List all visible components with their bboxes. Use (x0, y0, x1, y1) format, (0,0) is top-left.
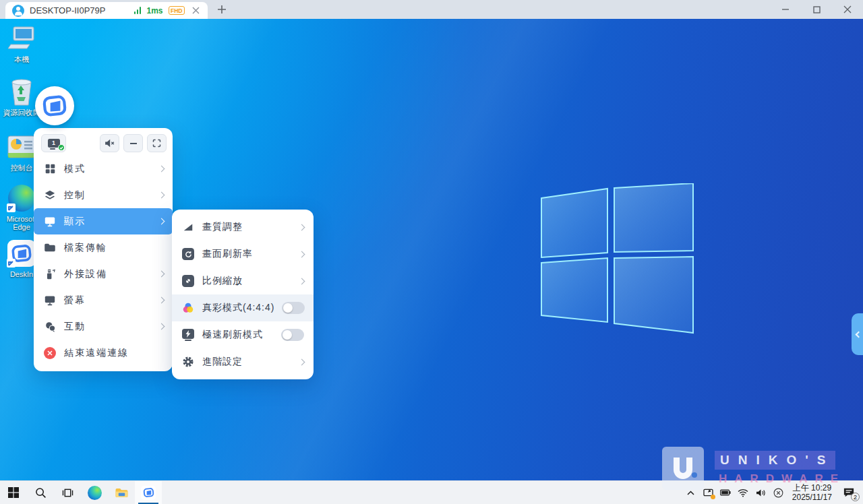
search-button[interactable] (27, 481, 54, 504)
titlebar: DESKTOP-II0P79P 1ms FHD (0, 0, 863, 19)
refresh-icon (181, 248, 195, 260)
menu-item-interaction[interactable]: 互動 (34, 313, 173, 340)
submenu-item-turbo-refresh[interactable]: 極速刷新模式 (172, 321, 314, 348)
taskbar-explorer-button[interactable] (108, 481, 135, 504)
window-minimize-button[interactable] (770, 0, 801, 19)
system-tray: 上午 10:29 2025/11/17 2 (685, 483, 863, 502)
tray-deskin-status[interactable] (703, 487, 714, 499)
menu-item-label: 模式 (64, 163, 152, 175)
taskbar-edge-button[interactable] (81, 481, 108, 504)
tray-disconnect[interactable] (773, 487, 784, 499)
deskin-app-icon (6, 239, 37, 268)
search-icon (35, 487, 47, 499)
tray-wifi[interactable] (738, 487, 749, 499)
window-close-button[interactable] (832, 0, 863, 19)
submenu-item-label: 真彩模式(4:4:4) (202, 302, 274, 314)
quality-ramp-icon (181, 222, 195, 232)
menu-item-external-devices[interactable]: 外接設備 (34, 261, 173, 287)
remote-desktop[interactable]: 本機 資源回收筒 (0, 19, 863, 480)
menu-item-mode[interactable]: 模式 (34, 156, 173, 182)
desktop-icon-this-pc[interactable]: 本機 (0, 24, 43, 63)
this-pc-icon (6, 24, 37, 53)
speaker-icon (756, 489, 766, 497)
taskbar-deskin-button[interactable] (135, 481, 162, 504)
latency-value: 1ms (146, 6, 162, 15)
menu-item-control[interactable]: 控制 (34, 182, 173, 208)
wifi-icon (738, 489, 748, 497)
menu-item-display[interactable]: 顯示 (34, 208, 173, 234)
submenu-item-true-color[interactable]: 真彩模式(4:4:4) (172, 294, 314, 321)
fullscreen-button[interactable] (147, 134, 167, 152)
chevron-right-icon (158, 192, 165, 199)
chevron-right-icon (158, 218, 165, 225)
chevron-right-icon (299, 251, 305, 257)
folder-icon (43, 243, 57, 253)
window-maximize-button[interactable] (801, 0, 832, 19)
minus-icon (129, 139, 138, 148)
menu-item-screen[interactable]: 螢幕 (34, 287, 173, 313)
edge-icon (6, 183, 37, 213)
menu-item-file-transfer[interactable]: 檔案傳輸 (34, 234, 173, 261)
scale-icon (181, 275, 195, 287)
notification-center-button[interactable]: 2 (840, 485, 858, 500)
fullscreen-icon (152, 138, 162, 148)
submenu-item-label: 畫面刷新率 (202, 248, 292, 260)
battery-icon (720, 489, 731, 496)
start-button[interactable] (0, 481, 27, 504)
display-icon (43, 216, 57, 227)
check-badge-icon (58, 144, 65, 151)
layers-icon (43, 189, 57, 201)
chevron-up-icon (687, 491, 694, 495)
deskin-floating-button[interactable] (35, 86, 74, 125)
session-tab[interactable]: DESKTOP-II0P79P 1ms FHD (5, 2, 208, 19)
true-color-toggle[interactable] (282, 302, 305, 314)
task-view-icon (62, 488, 73, 498)
clock-date: 2025/11/17 (792, 493, 832, 502)
menu-item-label: 螢幕 (64, 294, 152, 307)
submenu-item-scaling[interactable]: 比例縮放 (172, 267, 314, 294)
signal-bars-icon (134, 7, 142, 14)
speaker-muted-icon (104, 138, 115, 148)
app-window: DESKTOP-II0P79P 1ms FHD (0, 0, 863, 504)
window-controls (770, 0, 863, 19)
taskbar: 上午 10:29 2025/11/17 2 (0, 480, 863, 504)
chevron-right-icon (158, 297, 165, 304)
screen-select-button[interactable]: 1 (41, 134, 66, 152)
taskbar-clock[interactable]: 上午 10:29 2025/11/17 (790, 483, 834, 502)
color-mode-icon (181, 302, 195, 314)
turbo-refresh-toggle[interactable] (281, 329, 304, 341)
windows-logo-wallpaper (536, 183, 695, 334)
deskin-logo-icon (42, 94, 67, 118)
submenu-item-quality[interactable]: 畫質調整 (172, 214, 314, 241)
minimize-menu-button[interactable] (123, 134, 143, 152)
chevron-right-icon (299, 358, 305, 365)
deskin-app-icon (141, 486, 156, 500)
display-submenu-panel: 畫質調整 畫面刷新率 (172, 210, 314, 379)
side-panel-handle[interactable] (852, 313, 863, 355)
shortcut-arrow-icon (7, 259, 16, 267)
submenu-item-refresh-rate[interactable]: 畫面刷新率 (172, 241, 314, 267)
desktop-icon-label: 本機 (0, 55, 43, 63)
task-view-button[interactable] (54, 481, 81, 504)
file-explorer-icon (115, 487, 129, 499)
quick-menu-toolbar: 1 (34, 128, 173, 156)
tray-expand-button[interactable] (685, 487, 696, 499)
submenu-item-advanced-settings[interactable]: 進階設定 (172, 348, 314, 375)
chevron-right-icon (158, 166, 165, 172)
circled-x-icon (773, 488, 783, 498)
menu-item-label: 檔案傳輸 (64, 242, 164, 254)
chevron-right-icon (299, 224, 305, 230)
chevron-right-icon (158, 271, 165, 278)
chat-bubbles-icon (43, 321, 57, 332)
chevron-left-icon (855, 331, 862, 338)
control-panel-icon (6, 132, 37, 162)
new-tab-button[interactable] (217, 5, 227, 14)
tray-volume[interactable] (755, 487, 767, 499)
tray-battery[interactable] (720, 487, 732, 499)
mute-audio-button[interactable] (100, 134, 119, 152)
menu-item-end-session[interactable]: 結束遠端連線 (34, 340, 173, 366)
edge-icon (88, 486, 102, 500)
tab-title: DESKTOP-II0P79P (30, 5, 129, 15)
chevron-right-icon (158, 323, 165, 330)
tab-close-icon[interactable] (190, 5, 201, 16)
